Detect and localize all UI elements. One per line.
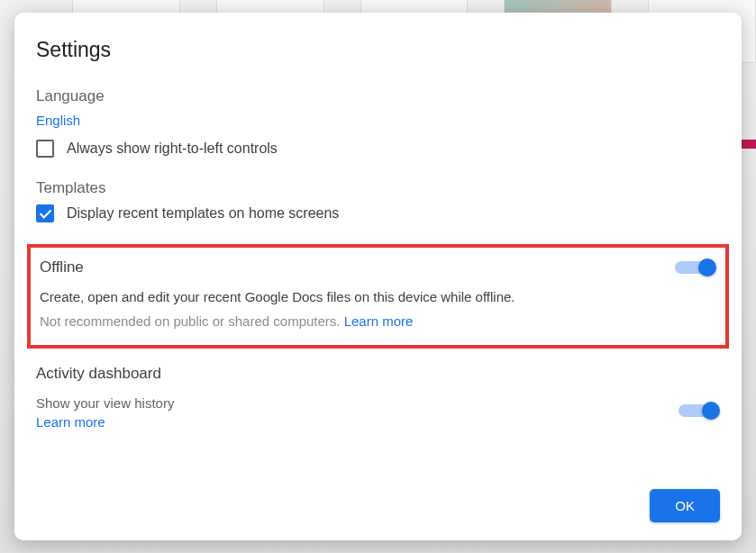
offline-description: Create, open and edit your recent Google… (40, 289, 716, 304)
templates-heading: Templates (36, 179, 720, 197)
rtl-checkbox[interactable] (36, 140, 54, 158)
activity-section: Activity dashboard Show your view histor… (36, 365, 720, 431)
activity-toggle[interactable] (679, 402, 720, 420)
rtl-checkbox-row[interactable]: Always show right-to-left controls (36, 140, 720, 158)
language-section: Language English Always show right-to-le… (36, 87, 720, 158)
offline-section-highlight: Offline Create, open and edit your recen… (27, 244, 729, 349)
offline-heading: Offline (40, 258, 84, 276)
settings-dialog: Settings Language English Always show ri… (14, 13, 742, 540)
activity-heading: Activity dashboard (36, 365, 720, 383)
templates-section: Templates Display recent templates on ho… (36, 179, 720, 222)
activity-row: Show your view history Learn more (36, 390, 720, 431)
offline-toggle[interactable] (675, 258, 716, 276)
offline-warning-row: Not recommended on public or shared comp… (40, 313, 716, 329)
language-heading: Language (36, 87, 720, 105)
activity-description: Show your view history (36, 395, 660, 411)
language-value-link[interactable]: English (36, 113, 80, 128)
offline-header-row: Offline (40, 258, 716, 276)
offline-toggle-thumb (698, 258, 716, 276)
rtl-checkbox-label: Always show right-to-left controls (67, 141, 278, 157)
offline-learn-more-link[interactable]: Learn more (344, 313, 414, 329)
offline-warning-text: Not recommended on public or shared comp… (40, 313, 341, 329)
dialog-title: Settings (36, 38, 720, 62)
dialog-button-row: OK (36, 471, 720, 522)
activity-learn-more-link[interactable]: Learn more (36, 414, 105, 430)
activity-toggle-thumb (702, 402, 720, 420)
templates-checkbox[interactable] (36, 204, 54, 222)
templates-checkbox-row[interactable]: Display recent templates on home screens (36, 204, 720, 222)
templates-checkbox-label: Display recent templates on home screens (67, 205, 339, 222)
ok-button[interactable]: OK (650, 489, 720, 522)
